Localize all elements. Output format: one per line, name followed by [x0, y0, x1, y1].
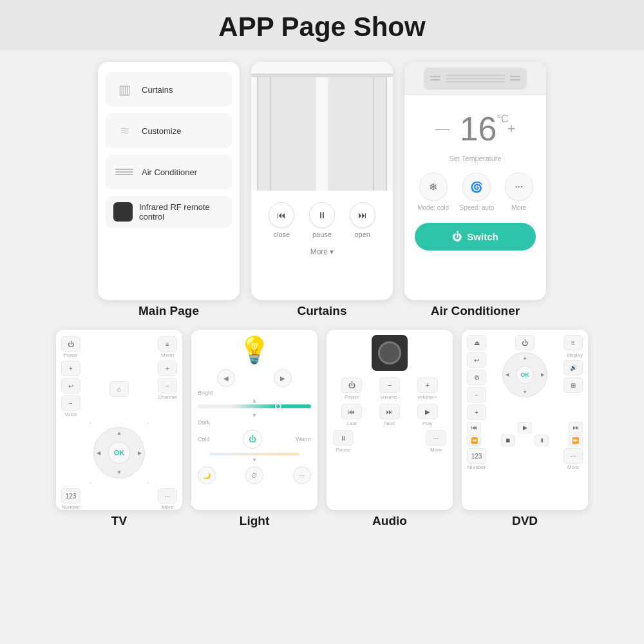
audio-vol-plus-button[interactable]: +	[417, 377, 438, 393]
ac-more-control[interactable]: ··· More	[505, 173, 533, 211]
dvd-next-button[interactable]: ⏭	[569, 422, 583, 433]
tv-voice-minus[interactable]: −	[61, 395, 80, 411]
dvd-vol-plus[interactable]: +	[467, 404, 486, 420]
dvd-up-button[interactable]: ▲	[523, 355, 527, 360]
curtain-controls: ⏮ close ⏸ pause ⏭ open	[251, 191, 393, 243]
tv-more-button[interactable]: ···	[158, 488, 177, 504]
open-button[interactable]: ⏭ open	[350, 202, 375, 238]
tv-up-button[interactable]: ▲	[117, 430, 122, 436]
dvd-eject-button[interactable]: ⏏	[467, 335, 486, 350]
page-title: APP Page Show	[0, 0, 644, 50]
brightness-slider[interactable]	[198, 404, 311, 408]
dvd-down-button[interactable]: ▼	[523, 390, 527, 394]
tv-dpad: ▲ ▼ ◀ ▶ OK	[93, 427, 145, 478]
audio-last-button[interactable]: ⏮	[341, 404, 362, 419]
tv-voice-group: + ↩ − Voice	[61, 361, 80, 417]
tv-right-button[interactable]: ▶	[138, 450, 142, 456]
dvd-number-button[interactable]: 123	[467, 448, 486, 464]
audio-next-label: Next	[384, 421, 395, 426]
bright-label: Bright	[198, 390, 213, 396]
dvd-pause2-button[interactable]: ⏸	[535, 435, 549, 446]
light-left-btn[interactable]: ◀	[217, 369, 235, 387]
dvd-setup-button[interactable]: ⚙	[467, 370, 486, 385]
ac-temperature: 16°C	[460, 109, 497, 148]
bulb-icon: 💡	[238, 335, 270, 365]
pause-button[interactable]: ⏸ pause	[309, 202, 335, 238]
ac-mode-label: Mode: cold	[417, 204, 449, 211]
dvd-eject-group: ⏏	[467, 335, 486, 350]
menu-text-ir: Infrared RF remote control	[139, 202, 224, 222]
dvd-ok-button[interactable]: OK	[516, 366, 534, 384]
audio-next-button[interactable]: ⏭	[379, 404, 400, 419]
audio-pause-button[interactable]: ⏸	[333, 430, 354, 446]
dvd-rew-button[interactable]: ⏪	[467, 435, 481, 446]
ac-speed-control[interactable]: 🌀 Speed: auto	[459, 173, 494, 211]
tv-ch-minus[interactable]: −	[158, 378, 177, 393]
dvd-more-label: More	[567, 464, 579, 470]
light-more-btn[interactable]: ···	[293, 466, 311, 484]
ac-card: — 16°C + Set Temperature ❄ Mode: cold 🌀 …	[404, 62, 546, 300]
dvd-more-button[interactable]: ···	[564, 448, 583, 464]
dvd-power-button[interactable]: ⏻	[515, 335, 535, 350]
menu-item-customize[interactable]: ≋ Customize	[106, 113, 232, 148]
audio-power-col: ⏻ Power	[341, 377, 362, 400]
tv-power-button[interactable]: ⏻	[61, 336, 80, 352]
dvd-top-row: ⏏ ⏻ ≡	[467, 335, 583, 350]
ac-more-icon: ···	[505, 173, 533, 201]
audio-controls: ⏻ Power − volume- + volume+	[333, 377, 446, 400]
more-link[interactable]: More ▾	[251, 243, 393, 260]
tv-menu-group: ≡ Menu	[158, 336, 177, 358]
dvd-menu-group: ≡	[564, 335, 583, 350]
tv-voice-plus[interactable]: +	[61, 361, 80, 376]
ac-minus-button[interactable]: —	[435, 120, 450, 137]
ac-lines-left	[430, 76, 440, 80]
tv-number-group: 123 Number	[61, 488, 80, 510]
dvd-stop-button[interactable]: ⏹	[501, 435, 515, 446]
tv-ok-button[interactable]: OK	[108, 442, 130, 464]
light-right-btn[interactable]: ▶	[274, 369, 292, 387]
ac-mode-control[interactable]: ❄ Mode: cold	[417, 173, 449, 211]
tv-bottom-row: 123 Number ··· More	[61, 488, 177, 510]
dvd-right-button[interactable]: ▶	[541, 372, 544, 377]
audio-power-button[interactable]: ⏻	[341, 377, 362, 393]
dvd-playback-row2: ⏪ ⏹ ⏸ ⏩	[467, 435, 583, 446]
tv-voice-back[interactable]: ↩	[61, 378, 80, 393]
tv-voice-label: Voice	[64, 412, 77, 417]
tv-ch-plus[interactable]: +	[158, 361, 177, 376]
menu-item-curtains[interactable]: ▥ Curtains	[106, 72, 232, 107]
dvd-vol-minus[interactable]: −	[467, 387, 486, 402]
pause-icon: ⏸	[309, 202, 335, 228]
tv-voice-channel-row: + ↩ − Voice ⌂ + − Channel	[61, 361, 177, 417]
dvd-ff-button[interactable]: ⏩	[569, 435, 583, 446]
dvd-menu-button[interactable]: ≡	[564, 335, 583, 350]
dvd-back-button[interactable]: ↩	[467, 352, 486, 368]
light-label: Light	[240, 510, 269, 529]
dvd-play-button[interactable]: ▶	[518, 422, 532, 433]
curtains-card: ⏮ close ⏸ pause ⏭ open More ▾	[251, 62, 393, 300]
audio-more-label: More	[430, 447, 442, 453]
tv-top-row: ⏻ Power ≡ Menu	[61, 336, 177, 358]
dvd-grid-button[interactable]: ⊞	[564, 377, 583, 393]
close-button[interactable]: ⏮ close	[269, 202, 294, 238]
light-power-button[interactable]: ⏻	[243, 430, 262, 449]
tv-down-button[interactable]: ▼	[117, 469, 122, 475]
light-timer-btn[interactable]: ⏱	[245, 466, 263, 484]
audio-last-col: ⏮ Last	[341, 404, 362, 426]
audio-more-col: ··· More	[426, 430, 446, 453]
tv-number-button[interactable]: 123	[61, 488, 80, 504]
dvd-vol-ctrl[interactable]: 🔊	[564, 360, 583, 375]
tv-menu-button[interactable]: ≡	[158, 336, 177, 352]
tv-home-button[interactable]: ⌂	[109, 381, 129, 397]
switch-button[interactable]: ⏻ Switch	[415, 223, 536, 251]
audio-vol-minus-button[interactable]: −	[379, 377, 400, 393]
dvd-left-button[interactable]: ◀	[506, 372, 509, 377]
audio-play-button[interactable]: ▶	[417, 404, 438, 419]
audio-more-button[interactable]: ···	[426, 430, 446, 446]
menu-item-ac[interactable]: Air Conditioner	[106, 155, 232, 189]
light-mode-btn[interactable]: 🌙	[198, 466, 216, 484]
menu-item-ir[interactable]: Infrared RF remote control	[106, 196, 232, 228]
speaker-icon	[372, 335, 408, 371]
dvd-prev-button[interactable]: ⏮	[467, 422, 481, 433]
menu-text-curtains: Curtains	[142, 85, 173, 95]
tv-left-button[interactable]: ◀	[97, 450, 100, 456]
